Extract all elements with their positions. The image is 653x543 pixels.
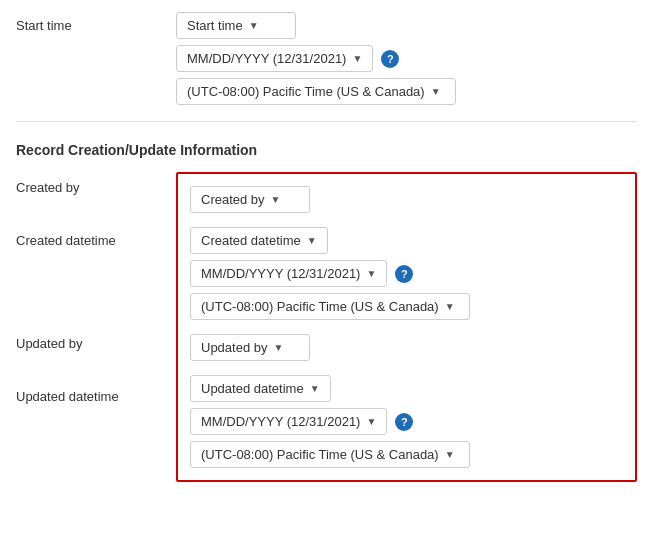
updated-datetime-date-label: MM/DD/YYYY (12/31/2021) <box>201 414 360 429</box>
updated-datetime-date-row: MM/DD/YYYY (12/31/2021) ▼ ? <box>190 408 623 435</box>
updated-by-dropdown[interactable]: Updated by ▼ <box>190 334 310 361</box>
updated-datetime-timezone-row: (UTC-08:00) Pacific Time (US & Canada) ▼ <box>190 441 623 468</box>
start-time-date-row: MM/DD/YYYY (12/31/2021) ▼ ? <box>176 45 637 72</box>
created-datetime-label: Created datetime <box>16 225 176 328</box>
created-datetime-timezone-row: (UTC-08:00) Pacific Time (US & Canada) ▼ <box>190 293 623 320</box>
created-datetime-dropdown-label: Created datetime <box>201 233 301 248</box>
created-datetime-control: Created datetime ▼ MM/DD/YYYY (12/31/202… <box>190 227 623 320</box>
updated-datetime-control: Updated datetime ▼ MM/DD/YYYY (12/31/202… <box>190 375 623 468</box>
created-datetime-help-icon[interactable]: ? <box>395 265 413 283</box>
created-datetime-date-arrow-icon: ▼ <box>366 268 376 279</box>
created-datetime-dropdown[interactable]: Created datetime ▼ <box>190 227 328 254</box>
updated-datetime-date-dropdown[interactable]: MM/DD/YYYY (12/31/2021) ▼ <box>190 408 387 435</box>
updated-datetime-dropdown-row: Updated datetime ▼ <box>190 375 623 402</box>
updated-datetime-arrow-icon: ▼ <box>310 383 320 394</box>
start-time-help-icon[interactable]: ? <box>381 50 399 68</box>
updated-datetime-help-icon[interactable]: ? <box>395 413 413 431</box>
created-datetime-date-dropdown[interactable]: MM/DD/YYYY (12/31/2021) ▼ <box>190 260 387 287</box>
created-by-dropdown[interactable]: Created by ▼ <box>190 186 310 213</box>
start-time-timezone-label: (UTC-08:00) Pacific Time (US & Canada) <box>187 84 425 99</box>
start-time-section: Start time Start time ▼ MM/DD/YYYY (12/3… <box>16 12 637 122</box>
record-section-body: Created by Created datetime Updated by U… <box>16 172 637 482</box>
start-time-dropdown-row: Start time ▼ <box>176 12 637 39</box>
created-datetime-date-label: MM/DD/YYYY (12/31/2021) <box>201 266 360 281</box>
created-datetime-timezone-label: (UTC-08:00) Pacific Time (US & Canada) <box>201 299 439 314</box>
updated-datetime-timezone-arrow-icon: ▼ <box>445 449 455 460</box>
start-time-label: Start time <box>16 12 176 33</box>
created-by-dropdown-row: Created by ▼ <box>190 186 623 213</box>
start-time-timezone-arrow-icon: ▼ <box>431 86 441 97</box>
updated-by-arrow-icon: ▼ <box>274 342 284 353</box>
updated-datetime-label: Updated datetime <box>16 381 176 404</box>
created-by-dropdown-label: Created by <box>201 192 265 207</box>
start-time-dropdown[interactable]: Start time ▼ <box>176 12 296 39</box>
start-time-timezone-row: (UTC-08:00) Pacific Time (US & Canada) ▼ <box>176 78 637 105</box>
page-container: Start time Start time ▼ MM/DD/YYYY (12/3… <box>0 0 653 498</box>
start-time-date-dropdown[interactable]: MM/DD/YYYY (12/31/2021) ▼ <box>176 45 373 72</box>
created-datetime-timezone-dropdown[interactable]: (UTC-08:00) Pacific Time (US & Canada) ▼ <box>190 293 470 320</box>
start-time-arrow-icon: ▼ <box>249 20 259 31</box>
start-time-timezone-dropdown[interactable]: (UTC-08:00) Pacific Time (US & Canada) ▼ <box>176 78 456 105</box>
updated-datetime-timezone-dropdown[interactable]: (UTC-08:00) Pacific Time (US & Canada) ▼ <box>190 441 470 468</box>
start-time-dropdown-label: Start time <box>187 18 243 33</box>
updated-datetime-dropdown[interactable]: Updated datetime ▼ <box>190 375 331 402</box>
start-time-date-label: MM/DD/YYYY (12/31/2021) <box>187 51 346 66</box>
updated-datetime-timezone-label: (UTC-08:00) Pacific Time (US & Canada) <box>201 447 439 462</box>
updated-by-dropdown-label: Updated by <box>201 340 268 355</box>
record-labels-column: Created by Created datetime Updated by U… <box>16 172 176 404</box>
record-creation-section: Record Creation/Update Information Creat… <box>16 142 637 482</box>
red-border-box: Created by ▼ Created datetime ▼ <box>176 172 637 482</box>
record-section-heading: Record Creation/Update Information <box>16 142 637 158</box>
created-datetime-date-row: MM/DD/YYYY (12/31/2021) ▼ ? <box>190 260 623 287</box>
created-datetime-arrow-icon: ▼ <box>307 235 317 246</box>
start-time-date-arrow-icon: ▼ <box>352 53 362 64</box>
created-by-control: Created by ▼ <box>190 186 623 213</box>
created-datetime-timezone-arrow-icon: ▼ <box>445 301 455 312</box>
updated-by-control: Updated by ▼ <box>190 334 623 361</box>
updated-datetime-dropdown-label: Updated datetime <box>201 381 304 396</box>
created-by-label: Created by <box>16 172 176 225</box>
updated-by-label: Updated by <box>16 328 176 381</box>
created-by-arrow-icon: ▼ <box>271 194 281 205</box>
updated-by-dropdown-row: Updated by ▼ <box>190 334 623 361</box>
start-time-controls: Start time ▼ MM/DD/YYYY (12/31/2021) ▼ ?… <box>176 12 637 105</box>
updated-datetime-date-arrow-icon: ▼ <box>366 416 376 427</box>
created-datetime-dropdown-row: Created datetime ▼ <box>190 227 623 254</box>
